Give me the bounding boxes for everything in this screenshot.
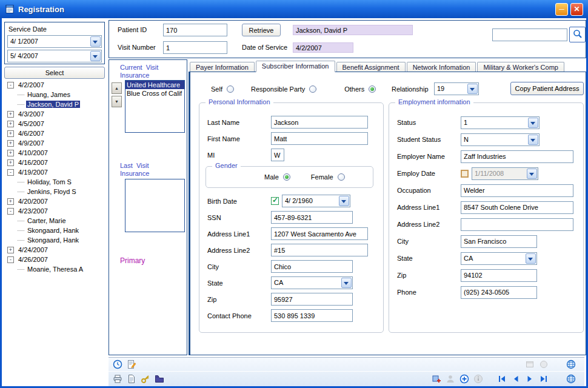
chevron-down-icon[interactable]	[528, 118, 538, 128]
occupation-input[interactable]: Welder	[461, 184, 573, 197]
collapse-icon[interactable]: -	[7, 256, 14, 263]
nav-previous-icon[interactable]	[510, 374, 521, 384]
folder-icon[interactable]	[154, 374, 165, 384]
search-input[interactable]	[492, 28, 567, 41]
zip-input[interactable]: 95927	[271, 293, 353, 306]
emp-city-input[interactable]: San Francisco	[461, 235, 537, 248]
tree-date-node[interactable]: +4/20/2007	[5, 196, 105, 206]
chevron-down-icon[interactable]	[528, 135, 538, 145]
collapse-icon[interactable]: -	[7, 169, 14, 176]
female-radio-icon[interactable]	[338, 173, 345, 181]
emp-address1-input[interactable]: 8547 South Colene Drive	[461, 201, 573, 214]
tab-military-worker-s-comp[interactable]: Military & Worker's Comp	[477, 62, 564, 72]
expand-icon[interactable]: +	[7, 111, 14, 118]
emp-state-combo[interactable]: CA	[461, 252, 537, 265]
search-button[interactable]	[569, 27, 586, 42]
tree-date-node[interactable]: +4/5/2007	[5, 119, 105, 129]
tree-patient-node[interactable]: Jackson, David P	[5, 99, 105, 109]
key-help-icon[interactable]	[140, 374, 151, 384]
tree-node-label[interactable]: 4/3/2007	[17, 110, 45, 118]
tree-node-label[interactable]: 4/10/2007	[17, 149, 49, 156]
tree-node-label[interactable]: 4/5/2007	[17, 120, 45, 127]
tree-patient-node[interactable]: Holiday, Tom S	[5, 177, 105, 187]
radio-icon[interactable]	[309, 85, 316, 93]
tree-node-label[interactable]: 4/20/2007	[17, 198, 49, 205]
contact-phone-input[interactable]: 530 895 1339	[271, 309, 353, 322]
tree-node-label[interactable]: Skongaard, Hank	[26, 227, 80, 234]
nav-next-icon[interactable]	[524, 374, 535, 384]
chevron-down-icon[interactable]	[527, 169, 537, 179]
tree-node-label[interactable]: 4/24/2007	[17, 246, 49, 253]
chevron-down-icon[interactable]	[467, 84, 478, 94]
network-icon-2[interactable]	[566, 374, 576, 384]
emp-zip-input[interactable]: 94102	[461, 269, 537, 282]
tree-date-node[interactable]: -4/2/2007	[5, 80, 105, 90]
tree-date-node[interactable]: -4/26/2007	[5, 255, 105, 264]
copy-patient-address-button[interactable]: Copy Patient Address	[510, 82, 584, 95]
tree-node-label[interactable]: 4/6/2007	[17, 130, 45, 137]
retrieve-button[interactable]: Retrieve	[242, 24, 281, 36]
mi-input[interactable]: W	[271, 149, 284, 161]
relation-option-responsible-party[interactable]: Responsible Party	[251, 85, 316, 93]
tree-patient-node[interactable]: Jenkins, Floyd S	[5, 187, 105, 196]
employ-date-combo[interactable]: 1/11/2008	[472, 167, 538, 180]
network-icon[interactable]	[566, 360, 576, 369]
tree-node-label[interactable]: 4/9/2007	[17, 139, 45, 147]
transfer-icon[interactable]	[431, 374, 442, 384]
service-date-to-combo[interactable]: 5/ 4/2007	[7, 50, 102, 62]
expand-icon[interactable]: +	[7, 130, 14, 137]
tree-date-node[interactable]: +4/3/2007	[5, 109, 105, 119]
tab-benefit-assignment[interactable]: Benefit Assignment	[336, 62, 406, 72]
insurance-list-item[interactable]: Blue Cross of Calif	[125, 89, 184, 98]
relation-option-self[interactable]: Self	[211, 85, 234, 93]
tree-patient-node[interactable]: Skongaard, Hank	[5, 235, 105, 245]
ssn-input[interactable]: 457-89-6321	[271, 211, 353, 224]
employer-name-input[interactable]: Zaff Industries	[461, 150, 573, 163]
tree-node-label[interactable]: 4/26/2007	[17, 256, 49, 263]
city-input[interactable]: Chico	[271, 260, 353, 273]
move-down-button[interactable]: ▼	[112, 96, 122, 107]
tree-date-node[interactable]: -4/23/2007	[5, 206, 105, 216]
tree-node-label[interactable]: 4/23/2007	[17, 207, 49, 215]
address1-input[interactable]: 1207 West Sacramento Ave	[271, 227, 368, 240]
address2-input[interactable]: #15	[271, 244, 368, 256]
document-icon[interactable]	[126, 374, 137, 384]
birth-date-combo[interactable]: 4/ 2/1960	[282, 195, 350, 207]
emp-phone-input[interactable]: (925) 243-0505	[461, 286, 537, 299]
status-combo[interactable]: 1	[461, 116, 540, 129]
minimize-button[interactable]: ─	[555, 3, 568, 16]
tree-node-label[interactable]: Jenkins, Floyd S	[26, 188, 78, 195]
select-button[interactable]: Select	[4, 67, 105, 79]
tree-node-label[interactable]: Huang, James	[26, 91, 72, 98]
time-icon[interactable]	[112, 360, 123, 369]
employ-date-checkbox[interactable]: ✓	[461, 170, 469, 178]
gender-female-option[interactable]: Female	[311, 173, 345, 181]
first-name-input[interactable]: Matt	[271, 132, 368, 145]
chevron-down-icon[interactable]	[90, 36, 101, 47]
expand-icon[interactable]: +	[7, 121, 14, 127]
last-insurance-list[interactable]	[125, 179, 185, 232]
student-status-combo[interactable]: N	[461, 133, 540, 146]
tree-node-label[interactable]: Holiday, Tom S	[26, 178, 73, 186]
gender-male-option[interactable]: Male	[264, 173, 290, 181]
current-insurance-list[interactable]: United HealthcareBlue Cross of Calif	[125, 80, 185, 133]
patient-id-input[interactable]: 170	[163, 24, 227, 36]
birth-date-checkbox[interactable]: ✓	[271, 197, 279, 205]
move-up-button[interactable]: ▲	[112, 82, 122, 94]
tree-node-label[interactable]: 4/16/2007	[17, 159, 49, 166]
tree-date-node[interactable]: +4/24/2007	[5, 245, 105, 255]
tab-network-infomation[interactable]: Network Infomation	[407, 62, 476, 72]
tree-node-label[interactable]: Carter, Marie	[26, 217, 67, 224]
tree-node-label[interactable]: Jackson, David P	[26, 101, 80, 108]
tree-date-node[interactable]: +4/9/2007	[5, 138, 105, 148]
chevron-down-icon[interactable]	[526, 253, 536, 264]
expand-icon[interactable]: +	[7, 159, 14, 166]
tree-date-node[interactable]: +4/6/2007	[5, 129, 105, 138]
edit-form-icon[interactable]	[126, 360, 137, 369]
service-date-from-combo[interactable]: 4/ 1/2007	[7, 35, 102, 48]
collapse-icon[interactable]: -	[7, 82, 14, 89]
relationship-combo[interactable]: 19	[434, 82, 479, 95]
nav-last-icon[interactable]	[538, 374, 549, 384]
last-name-input[interactable]: Jackson	[271, 116, 368, 129]
add-record-icon[interactable]	[459, 374, 470, 384]
